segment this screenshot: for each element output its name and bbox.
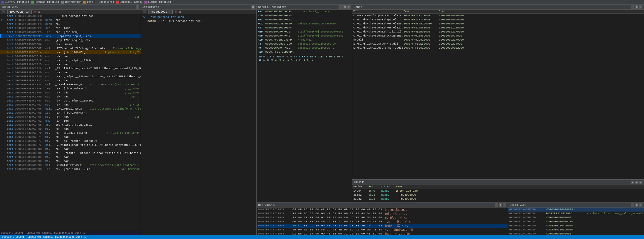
disasm-line[interactable]: .text:00007FF73B7C3F3Acall_ZNSolsEPFRSoS… bbox=[0, 83, 141, 87]
hex-line[interactable]: 00007FF73B7C3F80C1 E8 12 17 00 00 48 8B … bbox=[257, 232, 508, 235]
reg-minimize-button[interactable]: ─ bbox=[339, 5, 343, 9]
hex-minimize-button[interactable]: ─ bbox=[495, 203, 498, 207]
disasm-line[interactable]: .text:00007FF73B7C3F5Blearax, [rbp+170h+… bbox=[0, 111, 141, 115]
reg-float-button[interactable]: ⊞ bbox=[343, 5, 347, 9]
ida-close-button[interactable]: ✕ bbox=[136, 5, 139, 9]
disasm-line[interactable]: .text:00007FF73B7C3F14movrax, [rbp+170h+… bbox=[0, 50, 141, 54]
stack-line[interactable]: 00000085A49FF6400000000000000008 bbox=[508, 208, 644, 212]
disasm-line[interactable]: .text:00007FF73B7C3F7Ecall_ZSt1lStllchar… bbox=[0, 143, 141, 147]
disasm-line[interactable]: .text:00007FF73B7C3F77movrcx, cs:_refptr… bbox=[0, 139, 141, 143]
threads-minimize-button[interactable]: ─ bbox=[631, 181, 634, 184]
register-row[interactable]: R1000007FF80782D04DA bbox=[257, 50, 352, 54]
register-row[interactable]: RIP00007FF73B7C3EFD≈ main+11 bbox=[257, 38, 352, 42]
stack-line[interactable]: 00000085A49FF668006F004C005C0000 bbox=[508, 228, 644, 232]
ida-float-icon[interactable]: ⊞ bbox=[38, 10, 40, 13]
module-row[interactable]: C:\Windows\System32\ntdll.dll00007FF8E5B… bbox=[352, 30, 644, 34]
disasm-line[interactable]: .text:00007FF73B7C3F6Dmovrdx, rax bbox=[0, 127, 141, 131]
hex-line[interactable]: 00007FF73B7C3F2005 8B 95 00 00 48 89 C1 … bbox=[257, 208, 508, 212]
disasm-line[interactable]: .text:00007FF73B7C3F28call_ZSt1lStllchar… bbox=[0, 66, 141, 71]
register-row[interactable]: R800000250D8E87790debug028 00000250D8E8B… bbox=[257, 42, 352, 46]
disasm-line[interactable]: .text:00007FF73B7C3F2Dmovrcx, rax bbox=[0, 71, 141, 75]
hex-line[interactable]: 00007FF73B7C3F3048 8B 05 99 00 00 48 C1 … bbox=[257, 212, 508, 216]
disasm-line[interactable]: .text:00007FF73B7C3F37movrcx, rax bbox=[0, 79, 141, 83]
hex-close-button[interactable]: ✕ bbox=[503, 203, 506, 207]
reg-content[interactable]: RAX00007FF73B7D01B8≈ .bss:local__initenv… bbox=[257, 10, 352, 202]
hex-line[interactable]: 00007FF73B7C3F6089 C1 E8 69 2F 00 00 48 … bbox=[257, 224, 508, 228]
disasm-line[interactable]: .text:00007FF73B7C3F3Flearax, [rbp+170h+… bbox=[0, 87, 141, 91]
stack-minimize-button[interactable]: ─ bbox=[631, 203, 634, 207]
pseudo-close-button[interactable]: ✕ bbox=[251, 5, 255, 9]
register-row[interactable]: R90000085A49FF6B0debug028 00000250D8EAF7… bbox=[257, 46, 352, 50]
modules-minimize-button[interactable]: ─ bbox=[631, 5, 634, 9]
disasm-line[interactable]: .text:00007FF73B7C3F70movrax, aFlagIsToo… bbox=[0, 131, 141, 135]
pseudo-close-tab[interactable]: ✕ bbox=[175, 10, 177, 13]
disasm-line[interactable]: .text:00007FF73B7C3F0Alearcx, _main bbox=[0, 42, 141, 46]
stack-line[interactable]: 00000085A49FF670000000000000000 bbox=[508, 232, 644, 235]
register-row[interactable]: RAX00007FF73B7D01B8≈ .bss:local__initenv bbox=[257, 10, 352, 14]
disasm-line[interactable]: ▼.text:00007FF73B7C3EECpushrbp bbox=[0, 18, 141, 22]
disasm-line[interactable]: .text:00007FF73B7C3F46movrcx, rax ; __in… bbox=[0, 91, 141, 95]
module-row[interactable]: nt.dll00007FF82D510000000000002170000 bbox=[352, 38, 644, 42]
stack-close-button[interactable]: ✕ bbox=[639, 203, 642, 207]
thread-row[interactable]: 3865296B8Ready7FF826985090 bbox=[352, 193, 644, 197]
register-row[interactable]: RST0000000000000044 bbox=[257, 26, 352, 30]
stack-line[interactable]: 00000085A49FF64800007FF824571905ucrtbase… bbox=[508, 212, 644, 216]
disasm-line[interactable]: .text:00007FF73B7C3F86movrax, _refptr__Z… bbox=[0, 151, 141, 155]
thread-row[interactable]: 1406436F0Readywhichflag.exe bbox=[352, 189, 644, 193]
pseudocode-tab[interactable]: Pseudocode-A bbox=[148, 10, 173, 14]
module-row[interactable]: C:\Windows\System32\KernelBase.dll00007F… bbox=[352, 22, 644, 26]
ida-view-tab[interactable]: IDA View-RIP bbox=[7, 10, 32, 14]
disasm-line[interactable]: .text:00007FF73B7C3F03mov[rbp+170h+arg_8… bbox=[0, 38, 141, 42]
modules-content[interactable]: Path Base Size C:\Users\R69\AppData\Loca… bbox=[352, 10, 644, 179]
disasm-line[interactable]: .text:00007FF73B7C3F8Dmovrcx, rax bbox=[0, 155, 141, 159]
register-row[interactable]: RBX0000000000000001 bbox=[257, 18, 352, 22]
disasm-line[interactable]: .text:00007FF73B7C3F25movrax, rax bbox=[0, 62, 141, 66]
disasm-line[interactable]: .text:00007FF73B7C3F4Cmovrcx, cs:_refptr… bbox=[0, 99, 141, 103]
thread-row[interactable]: 330328108Ready7FF826985090 bbox=[352, 197, 644, 201]
threads-content[interactable]: Decimal Hex State Name 1406436F0Readywhi… bbox=[352, 185, 644, 202]
disasm-line[interactable]: .text:00007FF73B7C3F74movrdx, rax bbox=[0, 135, 141, 139]
disasm-line[interactable]: .text:00007FF73B7C3F90movrdx, rax bbox=[0, 159, 141, 163]
reg-close-button[interactable]: ✕ bbox=[347, 5, 351, 9]
disasm-line[interactable]: .text:00007FF73B7C3EEDpushrbx bbox=[0, 22, 141, 26]
disasm-line[interactable]: .text:00007FF73B7C3F1Emovrcx, cs:_refptr… bbox=[0, 58, 141, 62]
disasm-line[interactable]: .text:00007FF73B7C3F5Fmovrcx, rax ; Str bbox=[0, 115, 141, 119]
disasm-line[interactable]: .text:00007FF73B7C3EEC; __gxx_personalit… bbox=[0, 14, 141, 18]
disasm-line[interactable]: .text:00007FF73B7C3F49movrdx, rax ; char… bbox=[0, 95, 141, 99]
register-row[interactable]: RCX00000250D8EAF000debug028 00000250D8EA… bbox=[257, 22, 352, 26]
module-row[interactable]: C:\Users\R69\AppData\Local\Temp\BNZ.665a… bbox=[352, 14, 644, 18]
disasm-line[interactable]: .text:00007FF73B7C3F62cmprax, 18h bbox=[0, 119, 141, 123]
hex-line[interactable]: 00007FF73B7C3F4038 04 3B 8B 04 01 00 00 … bbox=[257, 216, 508, 220]
register-row[interactable]: RSP0000085A49FF640Stack[00036F0] 0000085… bbox=[257, 34, 352, 38]
hex-float-button[interactable]: ⊞ bbox=[499, 203, 502, 207]
stack-line[interactable]: 00000085A49FF6600074006100440070 bbox=[508, 224, 644, 228]
disasm-line[interactable]: .text:00007FF73B7C3EEEsubrsp, 168h bbox=[0, 26, 141, 30]
module-row[interactable]: C:\Windows\SYSTEM32\apphelp.dll00007FF13… bbox=[352, 18, 644, 22]
stack-line[interactable]: 00000085A49FF6580000000000000100 bbox=[508, 220, 644, 224]
hex-line[interactable]: 00007FF73B7C3F7059 90 00 00 48 89 C2 48 … bbox=[257, 228, 508, 232]
stack-float-button[interactable]: ⊞ bbox=[635, 203, 638, 207]
disasm-line[interactable]: .text:00007FF73B7C3F1Bmovrdx, rax bbox=[0, 54, 141, 58]
hex-content[interactable]: 00007FF73B7C3F2005 8B 95 00 00 48 89 C1 … bbox=[257, 208, 508, 235]
disasm-line[interactable]: .text:00007FF73B7C3F30movrax, _refptr__Z… bbox=[0, 75, 141, 79]
stack-line[interactable]: 00000085A49FF650000000000000001 bbox=[508, 216, 644, 220]
disasm-line[interactable]: .text:00007FF73B7C3F0Fcall_Z6TerminateIf… bbox=[0, 46, 141, 50]
threads-float-button[interactable]: ⊞ bbox=[635, 181, 638, 184]
ida-close-tab[interactable]: ✕ bbox=[34, 10, 36, 13]
disasm-line[interactable]: .text:00007FF73B7C3F68jbeshort loc_7FF73… bbox=[0, 123, 141, 127]
module-row[interactable]: C:\Windows\System32\VCRUNTIME140.dll0000… bbox=[352, 34, 644, 38]
module-row[interactable]: E:\ming\bin\libgcc_s_seh-1.dll00007FFF83… bbox=[352, 46, 644, 50]
threads-close-button[interactable]: ✕ bbox=[639, 181, 642, 184]
modules-float-button[interactable]: ⊞ bbox=[635, 5, 638, 9]
disasm-line[interactable]: .text:00007FF73B7C3EFDmov[rbp+170h+arg_0… bbox=[0, 34, 141, 38]
module-row[interactable]: C:\Windows\System32\kernel32.dll00007FF8… bbox=[352, 26, 644, 30]
pseudo-float-icon[interactable]: ⊞ bbox=[179, 10, 181, 13]
disasm-line[interactable]: .text:00007FF73B7C3F83movrcx, rax bbox=[0, 147, 141, 151]
hex-line[interactable]: 00007FF73B7C3F5000 00 48 00 48 89 C1 E8 … bbox=[257, 220, 508, 224]
stack-content[interactable]: 00000085A49FF640000000000000000800000085… bbox=[508, 208, 644, 235]
module-row[interactable]: E:\ming\bin\libstdc++-6.dll00007FFFB2EB0… bbox=[352, 42, 644, 46]
disasm-line[interactable]: .text:00007FF73B7C3F53movrcx, rax ; this bbox=[0, 103, 141, 107]
disasm-content[interactable]: .text:00007FF73B7C3EEC; __gxx_personalit… bbox=[0, 14, 141, 231]
disasm-line[interactable]: .text:00007FF73B7C3EF5learbp, [rsp+80h] bbox=[0, 30, 141, 34]
disasm-line[interactable]: .text:00007FF73B7C3F56call_ZNSi7getlinEP… bbox=[0, 107, 141, 111]
